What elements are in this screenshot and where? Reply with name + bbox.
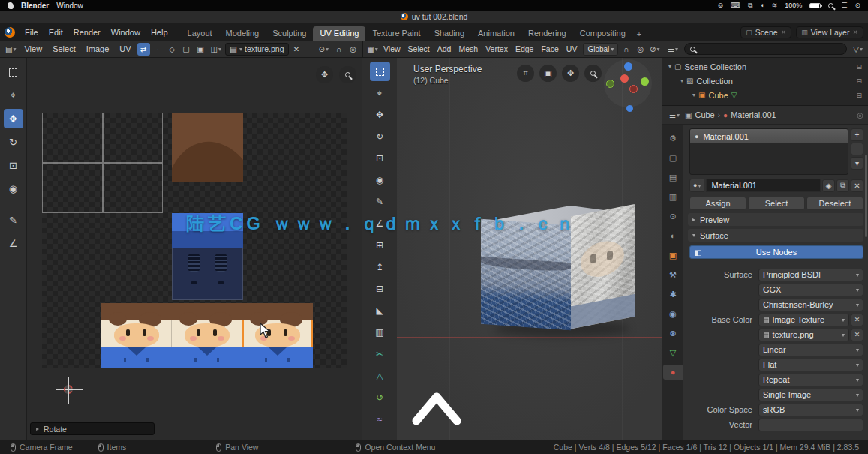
tab-compositing[interactable]: Compositing <box>573 26 632 41</box>
visibility-icon[interactable]: ⊟ <box>856 77 862 85</box>
outliner-filter-button[interactable]: ▽▾ <box>851 43 865 56</box>
gizmo-x-axis-neg[interactable] <box>629 85 638 93</box>
tab-shading[interactable]: Shading <box>428 26 471 41</box>
tool-cursor-3d[interactable]: ⌖ <box>370 83 390 103</box>
copy-material-button[interactable]: ⧉ <box>836 179 849 192</box>
v3d-menu-mesh[interactable]: Mesh <box>455 44 481 53</box>
distribution-dropdown[interactable]: GGX▾ <box>758 284 863 296</box>
macos-app-name[interactable]: Blender <box>21 2 49 10</box>
pivot-point-button[interactable]: ⊙▾ <box>317 43 331 56</box>
uv-editor-canvas[interactable]: ✥ ▸ Rotate <box>27 58 362 440</box>
tab-rendering[interactable]: Rendering <box>521 26 573 41</box>
tab-physics-properties[interactable]: ◉ <box>665 306 681 321</box>
preview-panel-header[interactable]: ▸ Preview <box>688 213 863 226</box>
menu-window[interactable]: Window <box>106 26 146 38</box>
screen-mirroring-icon[interactable]: ⧉ <box>748 2 752 10</box>
disclosure-icon[interactable]: ▾ <box>668 63 671 70</box>
surface-panel-header[interactable]: ▾ Surface <box>688 229 863 242</box>
view-layer-selector[interactable]: ▥ View Layer ✕ <box>796 26 863 38</box>
uv-select-face-button[interactable]: ▢ <box>180 43 193 56</box>
snap-toggle-3d[interactable]: ∩ <box>620 43 632 56</box>
projection-dropdown[interactable]: Flat▾ <box>758 359 863 371</box>
outliner-display-mode-button[interactable]: ☰▾ <box>665 43 680 56</box>
v3d-menu-add[interactable]: Add <box>434 44 455 53</box>
uv-menu-view[interactable]: View <box>20 44 47 53</box>
uv-editor-type-button[interactable]: ▤▾ <box>3 43 18 56</box>
window-titlebar[interactable]: uv tut 002.blend <box>0 11 868 23</box>
uv-menu-select[interactable]: Select <box>48 44 80 53</box>
tool-measure-3d[interactable]: ∠ <box>370 214 390 233</box>
material-specials-button[interactable]: ▾ <box>851 157 863 170</box>
status-menu-icon[interactable]: ⊚ <box>717 2 723 9</box>
scene-unlink-icon[interactable]: ✕ <box>781 29 787 36</box>
v3d-menu-uv[interactable]: UV <box>563 44 581 53</box>
uv-select-island-button[interactable]: ▣ <box>194 43 207 56</box>
uv-menu-uv[interactable]: UV <box>115 44 135 53</box>
tab-modeling[interactable]: Modeling <box>219 26 266 41</box>
tab-modifier-properties[interactable]: ⚒ <box>665 267 681 282</box>
subsurface-method-dropdown[interactable]: Christensen-Burley▾ <box>758 299 863 311</box>
v3d-menu-view[interactable]: View <box>380 44 404 53</box>
tool-add-cube[interactable]: ⊞ <box>370 236 390 255</box>
outliner-row-collection[interactable]: ▾ ▧ Collection ⊟ <box>662 74 868 88</box>
battery-icon[interactable] <box>809 3 821 8</box>
tool-transform-3d[interactable]: ◉ <box>370 170 390 190</box>
add-workspace-button[interactable]: + <box>632 27 646 41</box>
tab-texture-paint[interactable]: Texture Paint <box>365 26 427 41</box>
tab-object-properties[interactable]: ▣ <box>665 248 681 263</box>
properties-scrollbar[interactable] <box>865 155 867 237</box>
sound-menu-icon[interactable]: ◖ <box>760 2 764 9</box>
material-name-field[interactable]: Material.001 <box>706 179 821 192</box>
spotlight-icon[interactable] <box>828 3 833 8</box>
tool-measure[interactable]: ∠ <box>4 233 23 253</box>
extension-dropdown[interactable]: Repeat▾ <box>758 374 863 386</box>
gizmo-z-axis[interactable] <box>624 62 632 71</box>
properties-editor-type-button[interactable]: ☰▾ <box>667 109 682 122</box>
transform-orientation-selector[interactable]: Global▾ <box>583 43 618 56</box>
uv-menu-image[interactable]: Image <box>82 44 114 53</box>
uv-sync-toggle[interactable]: ⇄ <box>137 43 150 56</box>
tool-annotate-3d[interactable]: ✎ <box>370 192 390 212</box>
tool-knife[interactable]: ✂ <box>370 344 390 364</box>
tab-animation[interactable]: Animation <box>471 26 521 41</box>
disclosure-icon[interactable]: ▾ <box>692 92 695 98</box>
navigation-gizmo[interactable] <box>604 59 652 107</box>
breadcrumb-material[interactable]: Material.001 <box>731 110 776 119</box>
breadcrumb-object[interactable]: Cube <box>695 110 714 119</box>
vector-input[interactable] <box>758 419 863 431</box>
tab-render-properties[interactable]: ▢ <box>665 150 681 165</box>
menu-edit[interactable]: Edit <box>44 26 68 38</box>
uv-2d-cursor[interactable] <box>56 377 83 404</box>
tab-view-layer-properties[interactable]: ▥ <box>665 189 681 204</box>
view-ortho-button[interactable]: ⌗ <box>517 65 534 82</box>
material-slot-item[interactable]: ● Material.001 <box>690 129 848 143</box>
view-camera-button[interactable]: ▣ <box>539 65 557 82</box>
tab-world-properties[interactable]: ◐ <box>665 228 681 243</box>
tool-transform[interactable]: ◉ <box>4 179 23 198</box>
menu-render[interactable]: Render <box>68 26 106 38</box>
blender-app-menu-icon[interactable] <box>5 27 15 38</box>
tab-uv-editing[interactable]: UV Editing <box>313 26 365 41</box>
macos-menu-window[interactable]: Window <box>56 2 83 10</box>
uv-select-edge-button[interactable]: ◇ <box>166 43 179 56</box>
view-zoom-button[interactable] <box>584 65 602 82</box>
tab-active-tool[interactable]: ⚙ <box>665 131 681 146</box>
remove-material-slot-button[interactable]: − <box>851 143 863 155</box>
outliner-row-scene-collection[interactable]: ▾ ▢ Scene Collection ⊟ <box>662 59 868 74</box>
siri-icon[interactable]: ⊙ <box>854 2 860 9</box>
base-color-node-dropdown[interactable]: ▤Image Texture▾ <box>758 314 849 326</box>
uv-zoom-button[interactable] <box>339 66 356 83</box>
tab-object-data-properties[interactable]: ▽ <box>665 345 681 360</box>
tab-sculpting[interactable]: Sculpting <box>266 26 313 41</box>
v3d-menu-select[interactable]: Select <box>405 44 433 53</box>
control-center-icon[interactable]: ☰ <box>841 2 847 9</box>
source-dropdown[interactable]: Single Image▾ <box>758 389 863 401</box>
snap-toggle[interactable]: ∩ <box>332 43 345 56</box>
tool-rotate[interactable]: ↻ <box>4 132 23 152</box>
scene-selector[interactable]: ▢ Scene ✕ <box>740 26 791 38</box>
wifi-icon[interactable]: ≋ <box>772 2 778 9</box>
tab-constraint-properties[interactable]: ⊗ <box>665 326 681 341</box>
proportional-edit-toggle-3d[interactable]: ◎ <box>634 43 647 56</box>
tab-layout[interactable]: Layout <box>181 26 219 41</box>
v3d-menu-face[interactable]: Face <box>538 44 561 53</box>
